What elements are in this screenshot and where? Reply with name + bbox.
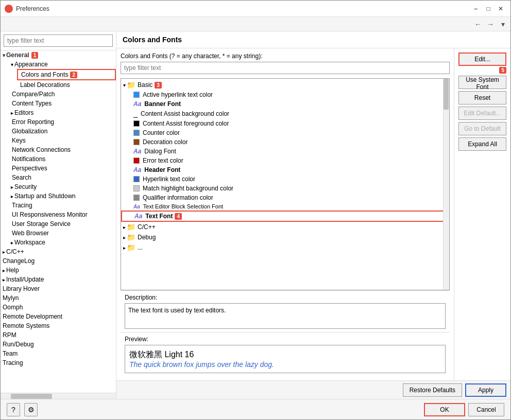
sidebar-item-keys[interactable]: Keys [9, 136, 116, 145]
window-controls: ‒ □ ✕ [470, 3, 506, 14]
color-tree-scrollbar[interactable] [443, 79, 449, 290]
dropdown-button[interactable]: ▾ [497, 19, 508, 30]
sidebar-item-general[interactable]: ▾ General 1 [1, 50, 116, 60]
sidebar-item-workspace[interactable]: ▸ Workspace [9, 238, 116, 247]
list-item[interactable]: Aa Header Font [121, 165, 449, 174]
sidebar-item-label-decorations[interactable]: Label Decorations [17, 80, 116, 90]
list-item[interactable]: Match highlight background color [121, 184, 449, 193]
sidebar-item-oomph[interactable]: Oomph [1, 303, 116, 312]
tree-group-more[interactable]: ▸ 📁 ... [121, 242, 449, 253]
window-title: Preferences [16, 5, 49, 12]
cancel-button[interactable]: Cancel [468, 403, 504, 416]
help-button[interactable]: ? [7, 403, 20, 416]
sidebar-item-web-browser[interactable]: Web Browser [9, 229, 116, 238]
ok-button[interactable]: OK [424, 403, 465, 416]
sidebar-item-notifications[interactable]: Notifications [9, 154, 116, 164]
list-item[interactable]: Active hyperlink text color [121, 90, 449, 99]
edit-default-button[interactable]: Edit Default... [458, 107, 506, 120]
back-button[interactable]: ← [472, 19, 484, 30]
sidebar-item-library-hover[interactable]: Library Hover [1, 284, 116, 293]
minimize-button[interactable]: ‒ [470, 3, 482, 14]
maximize-button[interactable]: □ [483, 3, 494, 14]
list-item[interactable]: Counter color [121, 128, 449, 137]
sidebar-item-cpp[interactable]: ▸ C/C++ [1, 247, 116, 256]
sidebar-item-content-types[interactable]: Content Types [9, 99, 116, 108]
list-item[interactable]: Aa Banner Font [121, 99, 449, 109]
folder-icon-more: 📁 [127, 243, 135, 252]
sidebar-item-user-storage[interactable]: User Storage Service [9, 219, 116, 229]
sidebar-item-changelog[interactable]: ChangeLog [1, 256, 116, 266]
list-item[interactable]: Error text color [121, 156, 449, 165]
list-item[interactable]: Aa Dialog Font [121, 147, 449, 156]
sidebar-label-startup: Startup and Shutdown [14, 192, 76, 200]
chevron-right-icon-debug-colors: ▸ [123, 235, 126, 240]
sidebar-item-mylyn[interactable]: Mylyn [1, 293, 116, 303]
tree-group-more-label: ... [138, 244, 143, 251]
expand-all-button[interactable]: Expand All [458, 137, 506, 151]
tree-group-cpp-colors[interactable]: ▸ 📁 C/C++ [121, 222, 449, 232]
sidebar-item-appearance[interactable]: ▾ Appearance [9, 60, 116, 69]
sidebar-item-startup[interactable]: ▸ Startup and Shutdown [9, 191, 116, 201]
appearance-children: Colors and Fonts 2 Label Decorations [9, 69, 116, 90]
sidebar-item-rpm[interactable]: RPM [1, 330, 116, 340]
sidebar-item-install-update[interactable]: ▸ Install/Update [1, 275, 116, 284]
sidebar-item-network-connections[interactable]: Network Connections [9, 145, 116, 154]
title-bar: Preferences ‒ □ ✕ [1, 1, 510, 17]
tree-group-workspace: ▸ Workspace [9, 238, 116, 247]
chevron-right-icon-help: ▸ [3, 268, 5, 273]
list-item-text-font[interactable]: Aa Text Font 4 [121, 211, 449, 222]
use-system-font-button[interactable]: Use System Font [458, 76, 506, 89]
tree-group-startup: ▸ Startup and Shutdown [9, 191, 116, 201]
go-to-default-button[interactable]: Go to Default [458, 122, 506, 135]
list-item[interactable]: Content Assist foreground color [121, 119, 449, 128]
list-item[interactable]: ⎯ Content Assist background color [121, 109, 449, 119]
list-item[interactable]: Qualifier information color [121, 193, 449, 202]
forward-button[interactable]: → [485, 19, 496, 30]
sidebar-item-help[interactable]: ▸ Help [1, 266, 116, 275]
settings-icon-button[interactable]: ⚙ [24, 403, 38, 416]
sidebar-item-colors-fonts[interactable]: Colors and Fonts 2 [17, 69, 116, 80]
sidebar-item-editors[interactable]: ▸ Editors [9, 108, 116, 117]
left-panel-horizontal-scrollbar[interactable] [1, 393, 116, 399]
sidebar-item-remote-systems[interactable]: Remote Systems [1, 321, 116, 330]
edit-button[interactable]: Edit... [458, 52, 506, 66]
sidebar-item-search[interactable]: Search [9, 173, 116, 182]
sidebar-label-help: Help [6, 267, 19, 274]
list-item[interactable]: Decoration color [121, 137, 449, 147]
left-filter-input[interactable] [4, 34, 113, 47]
chevron-right-icon-more: ▸ [123, 245, 126, 251]
bottom-bar: Restore Defaults Apply [116, 380, 510, 399]
sidebar-item-security[interactable]: ▸ Security [9, 182, 116, 191]
tree-group-appearance: ▾ Appearance Colors and Fonts 2 Label De… [9, 60, 116, 90]
color-font-tree: ▾ 📁 Basic 3 Active hyperlink text color [121, 78, 450, 290]
list-item[interactable]: Aa Text Editor Block Selection Font [121, 202, 449, 211]
tree-group-basic[interactable]: ▾ 📁 Basic 3 [121, 80, 449, 90]
close-button[interactable]: ✕ [495, 3, 506, 14]
tree-group-debug-colors[interactable]: ▸ 📁 Debug [121, 232, 449, 242]
sidebar-item-compare-patch[interactable]: Compare/Patch [9, 90, 116, 99]
apply-button[interactable]: Apply [465, 383, 506, 397]
panel-title: Colors and Fonts [116, 31, 510, 48]
color-tree-inner: ▾ 📁 Basic 3 Active hyperlink text color [121, 79, 449, 254]
list-item[interactable]: Hyperlink text color [121, 174, 449, 184]
sidebar-item-remote-development[interactable]: Remote Development [1, 312, 116, 321]
sidebar-item-run-debug[interactable]: Run/Debug [1, 340, 116, 349]
reset-button[interactable]: Reset [458, 91, 506, 104]
sidebar-label-colors-fonts: Colors and Fonts [21, 71, 68, 78]
sidebar-item-error-reporting[interactable]: Error Reporting [9, 117, 116, 127]
sidebar-item-globalization[interactable]: Globalization [9, 127, 116, 136]
color-swatch-counter [133, 130, 140, 136]
sidebar-item-ui-responsiveness[interactable]: UI Responsiveness Monitor [9, 210, 116, 219]
item-label-banner-font: Banner Font [144, 100, 181, 108]
app-icon [5, 5, 13, 13]
color-filter-input[interactable] [121, 62, 450, 74]
color-swatch-qualifier [133, 195, 140, 201]
sidebar-item-perspectives[interactable]: Perspectives [9, 164, 116, 173]
item-label-decoration: Decoration color [143, 138, 188, 146]
restore-defaults-button[interactable]: Restore Defaults [403, 383, 462, 397]
sidebar-item-tracing2[interactable]: Tracing [1, 358, 116, 367]
pipe-icon-content-assist-bg: ⎯ [133, 110, 138, 118]
sidebar-item-team[interactable]: Team [1, 349, 116, 358]
item-label-hyperlink: Hyperlink text color [143, 176, 195, 183]
sidebar-item-tracing[interactable]: Tracing [9, 201, 116, 210]
